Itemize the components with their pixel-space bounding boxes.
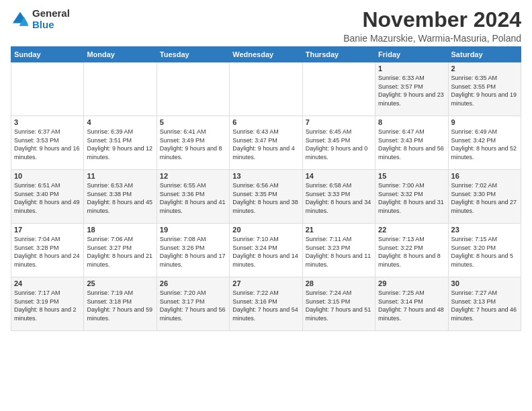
calendar-cell: 2Sunrise: 6:35 AM Sunset: 3:55 PM Daylig… [448,62,521,116]
calendar-cell: 6Sunrise: 6:43 AM Sunset: 3:47 PM Daylig… [230,116,302,170]
day-number: 8 [378,118,445,126]
day-number: 3 [14,118,81,126]
day-info: Sunrise: 6:33 AM Sunset: 3:57 PM Dayligh… [378,74,445,107]
day-number: 12 [160,172,226,180]
day-number: 2 [451,64,518,73]
calendar-cell: 27Sunrise: 7:22 AM Sunset: 3:16 PM Dayli… [230,277,302,331]
calendar-cell: 1Sunrise: 6:33 AM Sunset: 3:57 PM Daylig… [375,62,448,116]
day-info: Sunrise: 7:25 AM Sunset: 3:14 PM Dayligh… [378,289,445,322]
calendar-cell: 24Sunrise: 7:17 AM Sunset: 3:19 PM Dayli… [11,277,84,331]
header-sunday: Sunday [11,47,84,62]
logo-text: General Blue [32,8,70,30]
calendar-cell: 23Sunrise: 7:15 AM Sunset: 3:20 PM Dayli… [448,224,521,277]
header-tuesday: Tuesday [157,47,229,62]
day-number: 1 [378,64,445,73]
calendar-cell: 22Sunrise: 7:13 AM Sunset: 3:22 PM Dayli… [375,224,448,277]
day-number: 4 [87,118,153,126]
logo-general: General [32,8,70,19]
day-info: Sunrise: 7:06 AM Sunset: 3:27 PM Dayligh… [87,235,153,269]
header-wednesday: Wednesday [230,47,302,62]
day-number: 23 [451,226,518,234]
location-title: Banie Mazurskie, Warmia-Masuria, Poland [343,33,521,44]
calendar-cell: 18Sunrise: 7:06 AM Sunset: 3:27 PM Dayli… [84,224,157,277]
calendar-cell: 12Sunrise: 6:55 AM Sunset: 3:36 PM Dayli… [157,170,229,224]
day-number: 17 [14,226,81,234]
day-info: Sunrise: 6:56 AM Sunset: 3:35 PM Dayligh… [232,181,299,215]
logo-icon [11,10,30,29]
weekday-header-row: Sunday Monday Tuesday Wednesday Thursday… [11,47,521,62]
day-info: Sunrise: 6:47 AM Sunset: 3:43 PM Dayligh… [378,128,445,161]
day-number: 14 [306,172,372,180]
day-number: 5 [160,118,226,126]
calendar-cell [230,62,302,116]
title-block: November 2024 Banie Mazurskie, Warmia-Ma… [343,8,521,44]
calendar-cell: 28Sunrise: 7:24 AM Sunset: 3:15 PM Dayli… [302,277,375,331]
day-info: Sunrise: 6:37 AM Sunset: 3:53 PM Dayligh… [14,128,81,161]
calendar-cell: 14Sunrise: 6:58 AM Sunset: 3:33 PM Dayli… [302,170,375,224]
header-thursday: Thursday [302,47,375,62]
day-number: 11 [87,172,153,180]
day-info: Sunrise: 6:45 AM Sunset: 3:45 PM Dayligh… [306,128,372,161]
day-number: 18 [87,226,153,234]
day-info: Sunrise: 7:04 AM Sunset: 3:28 PM Dayligh… [14,235,81,269]
calendar-cell: 17Sunrise: 7:04 AM Sunset: 3:28 PM Dayli… [11,224,84,277]
calendar-cell: 19Sunrise: 7:08 AM Sunset: 3:26 PM Dayli… [157,224,229,277]
header-monday: Monday [84,47,157,62]
day-number: 21 [306,226,372,234]
day-number: 22 [378,226,445,234]
calendar-cell: 29Sunrise: 7:25 AM Sunset: 3:14 PM Dayli… [375,277,448,331]
logo-blue: Blue [32,19,70,31]
calendar-cell: 4Sunrise: 6:39 AM Sunset: 3:51 PM Daylig… [84,116,157,170]
calendar-week-5: 24Sunrise: 7:17 AM Sunset: 3:19 PM Dayli… [11,277,521,331]
day-info: Sunrise: 7:19 AM Sunset: 3:18 PM Dayligh… [87,289,153,322]
day-number: 13 [232,172,299,180]
day-number: 6 [232,118,299,126]
day-number: 7 [306,118,372,126]
calendar-week-2: 3Sunrise: 6:37 AM Sunset: 3:53 PM Daylig… [11,116,521,170]
calendar-cell: 10Sunrise: 6:51 AM Sunset: 3:40 PM Dayli… [11,170,84,224]
calendar-cell: 11Sunrise: 6:53 AM Sunset: 3:38 PM Dayli… [84,170,157,224]
calendar-cell [11,62,84,116]
calendar-cell: 30Sunrise: 7:27 AM Sunset: 3:13 PM Dayli… [448,277,521,331]
day-info: Sunrise: 6:58 AM Sunset: 3:33 PM Dayligh… [306,181,372,215]
day-info: Sunrise: 6:53 AM Sunset: 3:38 PM Dayligh… [87,181,153,215]
header-friday: Friday [375,47,448,62]
calendar-cell: 7Sunrise: 6:45 AM Sunset: 3:45 PM Daylig… [302,116,375,170]
day-info: Sunrise: 6:41 AM Sunset: 3:49 PM Dayligh… [160,128,226,161]
header-saturday: Saturday [448,47,521,62]
day-number: 24 [14,279,81,287]
day-number: 26 [160,279,226,287]
day-info: Sunrise: 6:35 AM Sunset: 3:55 PM Dayligh… [451,74,518,107]
day-number: 27 [232,279,299,287]
day-number: 25 [87,279,153,287]
day-info: Sunrise: 7:10 AM Sunset: 3:24 PM Dayligh… [232,235,299,269]
calendar-cell [157,62,229,116]
day-number: 28 [306,279,372,287]
calendar-cell: 25Sunrise: 7:19 AM Sunset: 3:18 PM Dayli… [84,277,157,331]
calendar-cell: 3Sunrise: 6:37 AM Sunset: 3:53 PM Daylig… [11,116,84,170]
day-info: Sunrise: 7:20 AM Sunset: 3:17 PM Dayligh… [160,289,226,322]
calendar-cell: 21Sunrise: 7:11 AM Sunset: 3:23 PM Dayli… [302,224,375,277]
logo: General Blue [11,8,70,30]
calendar-cell: 15Sunrise: 7:00 AM Sunset: 3:32 PM Dayli… [375,170,448,224]
day-info: Sunrise: 6:49 AM Sunset: 3:42 PM Dayligh… [451,128,518,161]
day-number: 16 [451,172,518,180]
day-number: 9 [451,118,518,126]
calendar-table: Sunday Monday Tuesday Wednesday Thursday… [11,46,521,331]
day-number: 19 [160,226,226,234]
day-info: Sunrise: 7:00 AM Sunset: 3:32 PM Dayligh… [378,181,445,215]
day-info: Sunrise: 6:39 AM Sunset: 3:51 PM Dayligh… [87,128,153,161]
day-info: Sunrise: 7:17 AM Sunset: 3:19 PM Dayligh… [14,289,81,322]
day-info: Sunrise: 7:27 AM Sunset: 3:13 PM Dayligh… [451,289,518,322]
page-container: General Blue November 2024 Banie Mazursk… [0,0,532,336]
day-number: 30 [451,279,518,287]
calendar-cell [84,62,157,116]
calendar-cell: 5Sunrise: 6:41 AM Sunset: 3:49 PM Daylig… [157,116,229,170]
day-info: Sunrise: 7:22 AM Sunset: 3:16 PM Dayligh… [232,289,299,322]
calendar-cell: 13Sunrise: 6:56 AM Sunset: 3:35 PM Dayli… [230,170,302,224]
day-info: Sunrise: 7:02 AM Sunset: 3:30 PM Dayligh… [451,181,518,215]
calendar-week-4: 17Sunrise: 7:04 AM Sunset: 3:28 PM Dayli… [11,224,521,277]
calendar-week-1: 1Sunrise: 6:33 AM Sunset: 3:57 PM Daylig… [11,62,521,116]
day-info: Sunrise: 7:08 AM Sunset: 3:26 PM Dayligh… [160,235,226,269]
day-number: 29 [378,279,445,287]
